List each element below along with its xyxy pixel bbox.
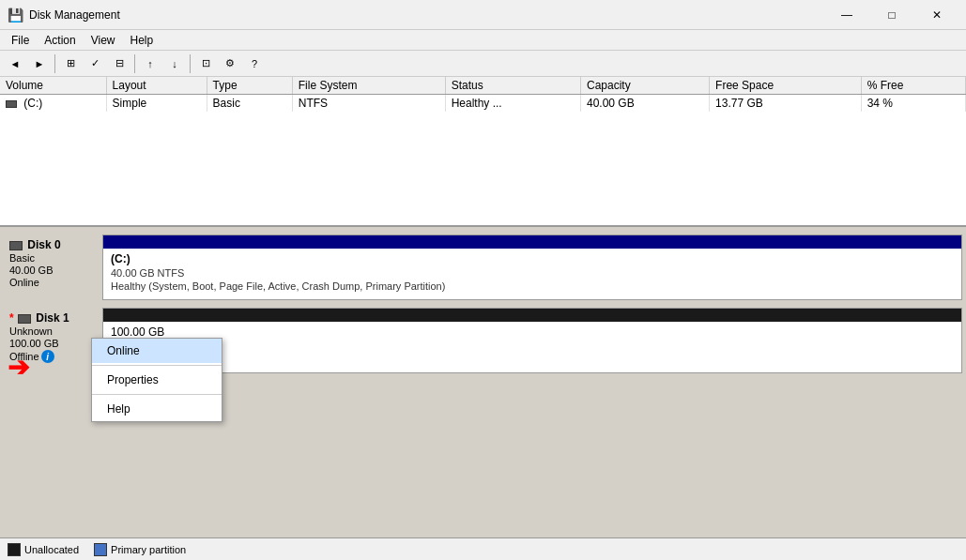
toolbar-sep3 (190, 54, 191, 73)
legend: Unallocated Primary partition (0, 537, 966, 560)
disk1-name: * Disk 1 (9, 311, 97, 325)
legend-primary-box (94, 543, 107, 556)
close-button[interactable]: ✕ (915, 0, 958, 30)
toolbar-props[interactable]: ⚙ (219, 53, 241, 74)
volume-table: Volume Layout Type File System Status Ca… (0, 77, 966, 112)
toolbar-grid[interactable]: ⊞ (59, 53, 82, 74)
cell-filesystem: NTFS (292, 95, 445, 113)
legend-unallocated: Unallocated (8, 543, 79, 556)
context-menu-online[interactable]: Online (92, 339, 222, 363)
disk1-unallocated[interactable]: 100.00 GB Unallocated (102, 308, 962, 373)
cell-layout: Simple (106, 95, 207, 113)
toolbar-sep1 (54, 54, 55, 73)
volume-table-section: Volume Layout Type File System Status Ca… (0, 77, 966, 227)
disk0-label: Disk 0 Basic 40.00 GB Online (4, 235, 102, 300)
col-filesystem[interactable]: File System (292, 77, 445, 95)
disk1-icon (18, 314, 31, 324)
disk1-error-icon: * (9, 311, 14, 325)
context-menu-properties[interactable]: Properties (92, 368, 222, 392)
disk0-partition-info: 40.00 GB NTFS (111, 267, 954, 279)
toolbar-map[interactable]: ⊡ (194, 53, 217, 74)
main-container: Volume Layout Type File System Status Ca… (0, 77, 966, 560)
disk1-unallocated-label: Unallocated (111, 341, 954, 352)
disk1-unallocated-size: 100.00 GB (111, 325, 954, 339)
toolbar-minus[interactable]: ⊟ (108, 53, 130, 74)
legend-unallocated-label: Unallocated (24, 544, 79, 555)
legend-primary: Primary partition (94, 543, 186, 556)
cell-type: Basic (207, 95, 292, 113)
title-bar: 💾 Disk Management — □ ✕ (0, 0, 966, 30)
toolbar: ◄ ► ⊞ ✓ ⊟ ↑ ↓ ⊡ ⚙ ? (0, 51, 966, 77)
col-type[interactable]: Type (207, 77, 292, 95)
disk0-partition-name: (C:) (111, 252, 954, 265)
disk1-unallocated-bar (103, 309, 961, 322)
menu-file[interactable]: File (4, 32, 37, 49)
disk0-partitions: (C:) 40.00 GB NTFS Healthy (System, Boot… (102, 235, 962, 300)
window-controls: — □ ✕ (825, 0, 958, 30)
disk0-partition-status: Healthy (System, Boot, Page File, Active… (111, 280, 954, 292)
app-icon: 💾 (8, 8, 23, 23)
disk0-row: Disk 0 Basic 40.00 GB Online (C:) 40.00 … (4, 235, 962, 300)
table-row[interactable]: (C:) Simple Basic NTFS Healthy ... 40.00… (0, 95, 966, 113)
col-percentfree[interactable]: % Free (861, 77, 965, 95)
legend-unallocated-box (8, 543, 21, 556)
disk0-name: Disk 0 (9, 238, 97, 251)
toolbar-down[interactable]: ↓ (163, 53, 186, 74)
disk0-type: Basic (9, 252, 97, 264)
disk0-icon (9, 241, 23, 250)
col-capacity[interactable]: Capacity (580, 77, 709, 95)
col-layout[interactable]: Layout (106, 77, 207, 95)
cell-volume: (C:) (0, 95, 106, 113)
menu-action[interactable]: Action (37, 32, 83, 49)
window-title: Disk Management (29, 8, 825, 22)
toolbar-forward[interactable]: ► (28, 53, 51, 74)
menu-bar: File Action View Help (0, 30, 966, 51)
disk-icon (6, 100, 17, 108)
menu-view[interactable]: View (84, 32, 123, 49)
toolbar-check[interactable]: ✓ (84, 53, 106, 74)
disk0-status: Online (9, 277, 97, 288)
cell-status: Healthy ... (445, 95, 580, 113)
col-status[interactable]: Status (445, 77, 580, 95)
disk1-size: 100.00 GB (9, 338, 97, 349)
cell-percentfree: 34 % (861, 95, 965, 113)
minimize-button[interactable]: — (825, 0, 868, 30)
toolbar-sep2 (134, 54, 135, 73)
context-menu: Online Properties Help (91, 338, 222, 422)
disk1-unallocated-content: 100.00 GB Unallocated (103, 322, 961, 372)
arrow-indicator: ➔ (8, 352, 29, 383)
cell-freespace: 13.77 GB (710, 95, 862, 113)
disk0-partition-area[interactable]: (C:) 40.00 GB NTFS Healthy (System, Boot… (103, 249, 961, 299)
disk0-size: 40.00 GB (9, 265, 97, 276)
toolbar-help[interactable]: ? (243, 53, 266, 74)
context-menu-separator2 (92, 394, 222, 395)
col-volume[interactable]: Volume (0, 77, 106, 95)
toolbar-up[interactable]: ↑ (139, 53, 161, 74)
cell-capacity: 40.00 GB (580, 95, 709, 113)
maximize-button[interactable]: □ (870, 0, 913, 30)
col-freespace[interactable]: Free Space (710, 77, 862, 95)
toolbar-back[interactable]: ◄ (4, 53, 26, 74)
disk1-info-icon: i (41, 350, 54, 363)
context-menu-help[interactable]: Help (92, 397, 222, 421)
legend-primary-label: Primary partition (111, 544, 186, 555)
context-menu-separator (92, 365, 222, 366)
menu-help[interactable]: Help (123, 32, 161, 49)
disk0-bar (103, 235, 961, 249)
disk1-type: Unknown (9, 325, 97, 337)
